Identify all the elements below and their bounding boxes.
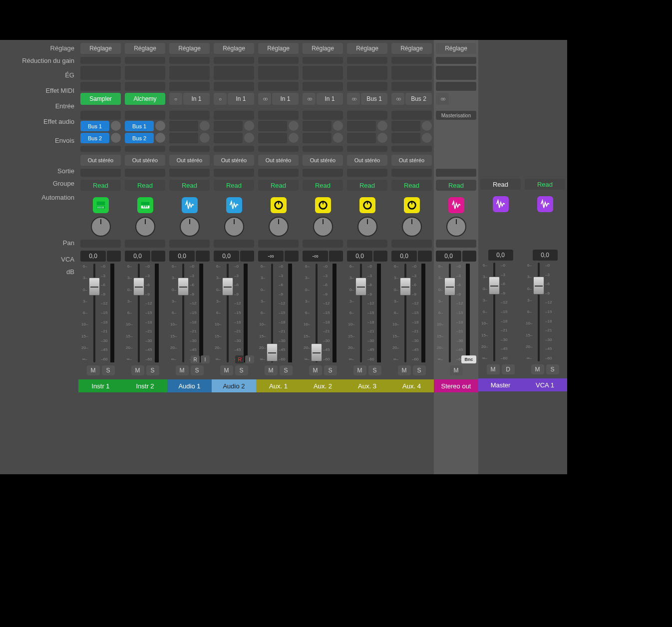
- mute-button[interactable]: M: [176, 365, 189, 375]
- send-empty-slot[interactable]: [169, 133, 198, 143]
- bounce-button[interactable]: Bnc: [461, 355, 476, 363]
- peak-value[interactable]: [285, 251, 299, 262]
- send-level-knob[interactable]: [377, 121, 387, 131]
- input-mode-button[interactable]: ○○: [391, 93, 404, 105]
- setting-button[interactable]: Réglage: [303, 43, 343, 54]
- send-expand[interactable]: [169, 146, 210, 152]
- eq-slot[interactable]: [80, 66, 121, 80]
- gain-reduction-slot[interactable]: [347, 57, 387, 64]
- send-level-knob[interactable]: [289, 133, 299, 143]
- group-slot[interactable]: [436, 169, 476, 177]
- fader-cap[interactable]: [400, 278, 411, 296]
- audio-fx-slot[interactable]: [169, 111, 210, 120]
- input-label-button[interactable]: Bus 2: [405, 93, 432, 105]
- gain-reduction-slot[interactable]: [80, 57, 121, 64]
- automation-mode-button[interactable]: Read: [125, 180, 165, 191]
- output-button[interactable]: Out stéréo: [258, 155, 299, 166]
- automation-mode-button[interactable]: Read: [480, 179, 521, 190]
- audio-fx-slot[interactable]: [303, 111, 343, 120]
- send-empty-slot[interactable]: [391, 133, 420, 143]
- peak-value[interactable]: [462, 251, 476, 262]
- pan-knob[interactable]: [224, 217, 244, 237]
- channel-name[interactable]: Aux. 2: [301, 379, 345, 392]
- solo-button[interactable]: S: [191, 365, 204, 375]
- fader-track[interactable]: [88, 264, 100, 362]
- input-monitor-button[interactable]: I: [201, 355, 210, 363]
- fader-cap[interactable]: [267, 343, 278, 361]
- channel-name[interactable]: Audio 1: [167, 379, 212, 392]
- send-level-knob[interactable]: [111, 121, 121, 131]
- output-button[interactable]: Out stéréo: [347, 155, 387, 166]
- mute-button[interactable]: M: [487, 364, 500, 374]
- audio-fx-slot[interactable]: [258, 111, 299, 120]
- fader-cap[interactable]: [444, 278, 455, 296]
- send-level-knob[interactable]: [333, 121, 343, 131]
- output-button[interactable]: Out stéréo: [303, 155, 343, 166]
- midi-fx-slot[interactable]: [391, 82, 432, 91]
- gain-reduction-slot[interactable]: [258, 57, 299, 64]
- vca-slot[interactable]: [436, 240, 476, 248]
- send-level-knob[interactable]: [200, 121, 210, 131]
- vca-slot[interactable]: [347, 240, 387, 248]
- peak-value[interactable]: [418, 251, 432, 262]
- channel-name[interactable]: Aux. 1: [256, 379, 301, 392]
- input-label-button[interactable]: In 1: [228, 93, 254, 105]
- fader-track[interactable]: [355, 264, 367, 362]
- mute-button[interactable]: M: [265, 365, 278, 375]
- send-empty-slot[interactable]: [214, 121, 243, 131]
- fader-cap[interactable]: [489, 277, 500, 295]
- input-monitor-button[interactable]: I: [245, 355, 254, 363]
- fader-cap[interactable]: [533, 277, 544, 295]
- track-type-icon[interactable]: [404, 197, 420, 213]
- automation-mode-button[interactable]: Read: [525, 179, 565, 190]
- channel-name[interactable]: Aux. 3: [345, 379, 389, 392]
- midi-fx-slot[interactable]: [436, 82, 476, 91]
- gain-reduction-slot[interactable]: [303, 57, 343, 64]
- vca-slot[interactable]: [258, 240, 299, 248]
- output-button[interactable]: Out stéréo: [80, 155, 121, 166]
- group-slot[interactable]: [347, 169, 387, 177]
- send-bus-button[interactable]: Bus 2: [125, 133, 154, 143]
- input-label-button[interactable]: Bus 1: [361, 93, 387, 105]
- solo-button[interactable]: S: [280, 365, 293, 375]
- send-level-knob[interactable]: [244, 133, 254, 143]
- send-bus-button[interactable]: Bus 1: [80, 121, 109, 131]
- fader-track[interactable]: [133, 264, 145, 362]
- fader-cap[interactable]: [355, 278, 366, 296]
- fader-track[interactable]: [444, 264, 456, 362]
- peak-value[interactable]: [329, 251, 343, 262]
- fader-track[interactable]: [266, 264, 278, 362]
- pan-knob[interactable]: [269, 217, 289, 237]
- group-slot[interactable]: [303, 169, 343, 177]
- channel-name[interactable]: Master: [478, 378, 523, 391]
- eq-slot[interactable]: [214, 66, 254, 80]
- output-button[interactable]: Out stéréo: [214, 155, 254, 166]
- fader-cap[interactable]: [89, 278, 100, 296]
- track-type-icon[interactable]: [271, 197, 287, 213]
- db-value[interactable]: 0,0: [488, 250, 513, 261]
- setting-button[interactable]: Réglage: [214, 43, 254, 54]
- send-empty-slot[interactable]: [214, 133, 243, 143]
- setting-button[interactable]: Réglage: [347, 43, 387, 54]
- automation-mode-button[interactable]: Read: [436, 180, 476, 191]
- midi-fx-slot[interactable]: [169, 82, 210, 91]
- vca-slot[interactable]: [391, 240, 432, 248]
- automation-mode-button[interactable]: Read: [303, 180, 343, 191]
- gain-reduction-slot[interactable]: [391, 57, 432, 64]
- solo-button[interactable]: S: [146, 365, 159, 375]
- send-level-knob[interactable]: [422, 121, 432, 131]
- send-level-knob[interactable]: [333, 133, 343, 143]
- output-button[interactable]: Out stéréo: [169, 155, 210, 166]
- db-value[interactable]: 0,0: [391, 251, 417, 262]
- send-bus-button[interactable]: Bus 2: [80, 133, 109, 143]
- send-expand[interactable]: [303, 146, 343, 152]
- vca-slot[interactable]: [125, 240, 165, 248]
- send-empty-slot[interactable]: [258, 121, 287, 131]
- input-mode-button[interactable]: ○: [214, 93, 227, 105]
- group-slot[interactable]: [391, 169, 432, 177]
- fader-track[interactable]: [311, 264, 323, 362]
- pan-knob[interactable]: [402, 217, 422, 237]
- eq-slot[interactable]: [347, 66, 387, 80]
- send-empty-slot[interactable]: [391, 121, 420, 131]
- db-value[interactable]: 0,0: [125, 251, 150, 262]
